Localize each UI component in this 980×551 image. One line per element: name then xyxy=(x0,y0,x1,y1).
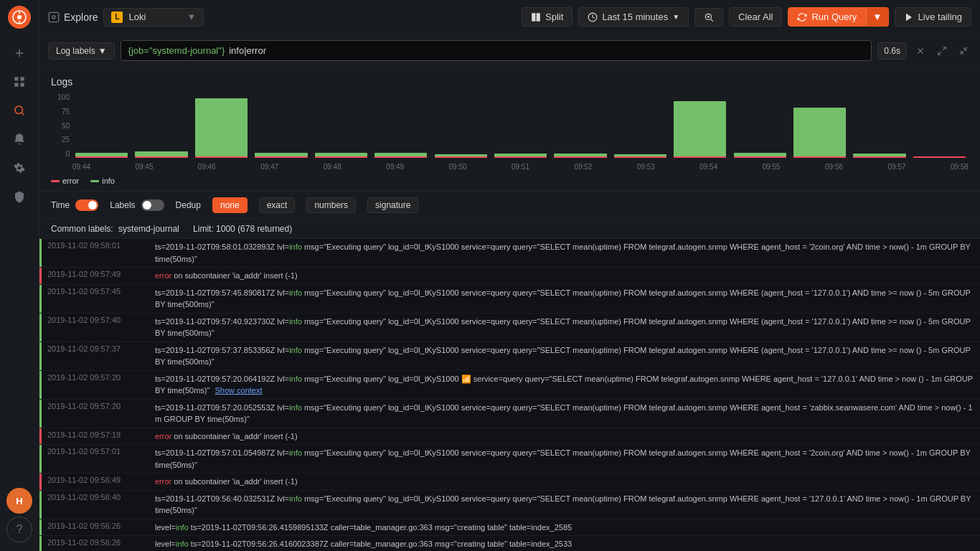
log-message: ts=2019-11-02T09:57:20.064192Z lvl=info … xyxy=(149,371,980,399)
svg-rect-9 xyxy=(49,12,58,22)
log-timestamp: 2019-11-02 09:57:19 xyxy=(42,428,149,445)
bar-error xyxy=(913,156,966,158)
sidebar-item-alerting[interactable] xyxy=(6,126,32,152)
log-row[interactable]: 2019-11-02 09:56:49error on subcontainer… xyxy=(39,474,980,491)
labels-toggle[interactable] xyxy=(141,199,164,211)
filter-signature-button[interactable]: signature xyxy=(367,197,418,213)
log-controls: Time Labels Dedup none exact numbers sig… xyxy=(39,192,980,220)
bar-info xyxy=(674,101,726,156)
log-labels-label: Log labels xyxy=(56,46,95,56)
run-query-button[interactable]: Run Query xyxy=(788,7,866,27)
chart-bar-col xyxy=(372,93,430,158)
bar-error xyxy=(135,156,187,158)
sidebar-item-configuration[interactable] xyxy=(6,155,32,181)
log-message: ts=2019-11-02T09:56:40.032531Z lvl=info … xyxy=(149,491,980,519)
time-toggle-knob xyxy=(88,201,97,209)
query-expand-button[interactable] xyxy=(934,43,950,59)
log-row[interactable]: 2019-11-02 09:57:49error on subcontainer… xyxy=(39,268,980,285)
log-timestamp: 2019-11-02 09:57:49 xyxy=(42,268,149,284)
filter-numbers-button[interactable]: numbers xyxy=(306,197,356,213)
time-range-button[interactable]: Last 15 minutes ▼ xyxy=(578,7,689,27)
chart-x-label: 09:50 xyxy=(449,163,467,171)
filter-none-button[interactable]: none xyxy=(212,197,248,213)
log-row[interactable]: 2019-11-02 09:56:26level=info ts=2019-11… xyxy=(39,519,980,537)
play-icon xyxy=(904,12,914,22)
sidebar-avatar[interactable]: H xyxy=(6,488,32,514)
filter-exact-button[interactable]: exact xyxy=(259,197,296,213)
legend-error: error xyxy=(51,176,79,185)
datasource-selector[interactable]: L Loki ▼ xyxy=(103,8,204,27)
split-button[interactable]: Split xyxy=(522,7,573,27)
log-row[interactable]: 2019-11-02 09:57:01ts=2019-11-02T09:57:0… xyxy=(39,445,980,474)
bar-info xyxy=(195,98,248,156)
explore-title: Explore xyxy=(48,11,98,23)
log-row[interactable]: 2019-11-02 09:57:20ts=2019-11-02T09:57:2… xyxy=(39,371,980,400)
chart-x-label: 09:55 xyxy=(763,163,781,171)
log-timestamp: 2019-11-02 09:56:26 xyxy=(42,536,149,551)
log-row[interactable]: 2019-11-02 09:57:45ts=2019-11-02T09:57:4… xyxy=(39,285,980,314)
log-message: ts=2019-11-02T09:57:37.853356Z lvl=info … xyxy=(149,342,980,370)
chart-bar-col xyxy=(312,93,370,158)
sidebar-item-help[interactable]: ? xyxy=(6,517,32,542)
bar-info xyxy=(793,108,846,156)
chart-section: Logs 100 75 50 25 0 09:4409:4509:4609:47… xyxy=(39,67,980,192)
refresh-icon xyxy=(797,12,807,22)
sidebar-item-dashboard[interactable] xyxy=(6,69,32,95)
logs-panel: Logs 100 75 50 25 0 09:4409:4509:4609:47… xyxy=(39,67,980,551)
zoom-button[interactable] xyxy=(694,8,723,27)
log-row[interactable]: 2019-11-02 09:57:40ts=2019-11-02T09:57:4… xyxy=(39,314,980,342)
svg-line-21 xyxy=(943,47,946,50)
svg-point-1 xyxy=(17,15,22,19)
clock-icon xyxy=(588,12,598,22)
log-row[interactable]: 2019-11-02 09:57:20ts=2019-11-02T09:57:2… xyxy=(39,400,980,428)
expand-icon xyxy=(937,46,947,56)
log-message: error on subcontainer 'ia_addr' insert (… xyxy=(149,428,980,445)
query-op-part: info|error xyxy=(229,45,266,56)
live-tail-button[interactable]: Live tailing xyxy=(895,7,971,27)
log-message: ts=2019-11-02T09:57:20.052553Z lvl=info … xyxy=(149,400,980,428)
clear-all-label: Clear All xyxy=(738,11,773,22)
query-input[interactable]: {job="systemd-journal"} info|error xyxy=(121,40,872,61)
log-row[interactable]: 2019-11-02 09:58:01ts=2019-11-02T09:58:0… xyxy=(39,239,980,268)
sidebar-item-shield[interactable] xyxy=(6,184,32,209)
bar-error xyxy=(315,156,367,158)
shrink-icon xyxy=(958,46,969,56)
log-message: ts=2019-11-02T09:57:40.923730Z lvl=info … xyxy=(149,314,980,342)
bar-error xyxy=(435,156,487,158)
svg-line-23 xyxy=(960,52,963,55)
chart-x-label: 09:53 xyxy=(637,163,655,171)
log-row[interactable]: 2019-11-02 09:57:37ts=2019-11-02T09:57:3… xyxy=(39,342,980,371)
log-message: ts=2019-11-02T09:58:01.032893Z lvl=info … xyxy=(149,239,980,267)
log-row[interactable]: 2019-11-02 09:56:40ts=2019-11-02T09:56:4… xyxy=(39,491,980,519)
run-query-dropdown[interactable]: ▼ xyxy=(866,7,888,27)
svg-rect-7 xyxy=(21,83,24,87)
log-message: ts=2019-11-02T09:57:45.890817Z lvl=info … xyxy=(149,285,980,313)
query-shrink-button[interactable] xyxy=(956,43,971,59)
log-row[interactable]: 2019-11-02 09:57:19error on subcontainer… xyxy=(39,428,980,446)
log-timestamp: 2019-11-02 09:57:37 xyxy=(42,342,149,370)
time-control-label: Time xyxy=(51,200,70,210)
chart-x-label: 09:44 xyxy=(72,163,90,171)
datasource-icon: L xyxy=(111,11,123,23)
sidebar-item-explore[interactable] xyxy=(6,98,32,123)
svg-point-8 xyxy=(15,106,23,114)
chart-bar-col xyxy=(611,93,669,158)
query-clear-button[interactable] xyxy=(913,43,928,59)
chart-x-labels: 09:4409:4509:4609:4709:4809:4909:5009:51… xyxy=(72,161,969,172)
log-timestamp: 2019-11-02 09:57:01 xyxy=(42,445,149,473)
split-label: Split xyxy=(545,11,563,22)
bar-error xyxy=(255,156,307,158)
log-message: level=info ts=2019-11-02T09:56:26.415989… xyxy=(149,519,980,536)
log-labels-button[interactable]: Log labels ▼ xyxy=(48,42,115,60)
chart-bar-col xyxy=(551,93,609,158)
chart-bar-col xyxy=(72,93,131,158)
log-timestamp: 2019-11-02 09:58:01 xyxy=(42,239,149,267)
grafana-logo[interactable] xyxy=(8,6,31,29)
sidebar-item-add[interactable] xyxy=(6,40,32,66)
log-row[interactable]: 2019-11-02 09:56:26level=info ts=2019-11… xyxy=(39,536,980,551)
time-toggle[interactable] xyxy=(75,199,98,211)
common-labels-value: systemd-journal xyxy=(118,224,179,234)
clear-all-button[interactable]: Clear All xyxy=(729,7,782,27)
svg-line-22 xyxy=(938,52,941,55)
log-timestamp: 2019-11-02 09:56:49 xyxy=(42,474,149,490)
